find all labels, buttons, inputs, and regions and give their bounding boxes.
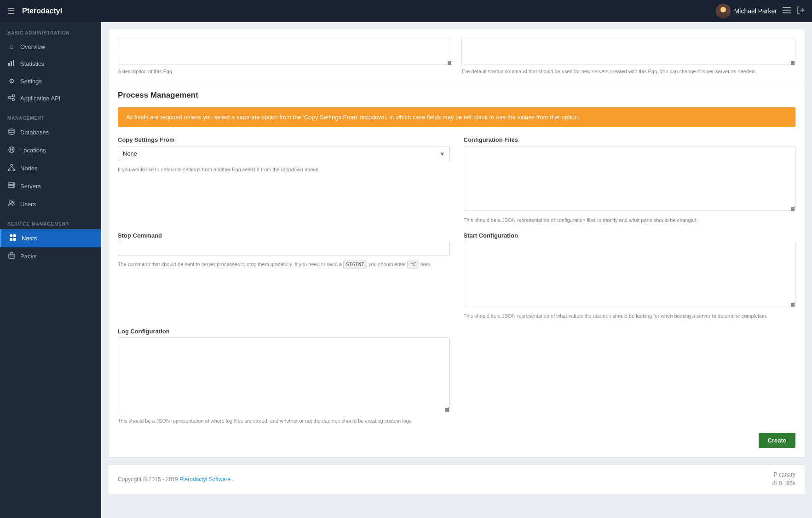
start-config-textarea-wrapper	[464, 242, 796, 308]
sidebar-item-overview[interactable]: ⌂ Overview	[0, 38, 101, 55]
stop-command-input[interactable]	[118, 242, 450, 256]
start-config-resize[interactable]	[791, 303, 795, 307]
top-partial-panel: A description of this Egg. The default s…	[109, 29, 805, 81]
sidebar-item-packs[interactable]: Packs	[0, 247, 101, 265]
start-config-label: Start Configuration	[464, 232, 796, 239]
logout-icon[interactable]	[796, 6, 805, 16]
svg-point-9	[9, 97, 11, 99]
log-config-textarea-wrapper	[118, 338, 450, 413]
main-content: A description of this Egg. The default s…	[101, 22, 812, 518]
footer-right: P canary ⏱ 0.195s	[772, 471, 795, 488]
footer-version: P canary	[772, 471, 795, 479]
sidebar-label-overview: Overview	[20, 43, 45, 50]
svg-rect-8	[13, 60, 14, 66]
log-config-textarea[interactable]	[118, 338, 450, 411]
caret-badge: ^C	[407, 261, 419, 268]
user-name: Michael Parker	[734, 7, 777, 15]
description-helper: A description of this Egg.	[118, 69, 452, 74]
clock-label: ⏱	[772, 480, 779, 487]
resize-handle[interactable]	[448, 61, 451, 65]
svg-point-26	[13, 186, 14, 187]
log-config-helper: This should be a JSON representation of …	[118, 418, 450, 424]
footer-brand-link[interactable]: Pterodactyl Software	[179, 476, 230, 483]
footer: Copyright © 2015 - 2019 Pterodactyl Soft…	[109, 465, 805, 494]
nodes-icon	[7, 164, 16, 173]
alert-warning: All fields are required unless you selec…	[118, 107, 795, 127]
footer-version-value: canary	[779, 471, 795, 478]
stop-command-label: Stop Command	[118, 232, 450, 239]
sidebar-label-api: Application API	[20, 95, 60, 102]
stop-command-helper-suffix: you should enter	[369, 262, 406, 267]
p-label: P	[774, 471, 779, 478]
sidebar-item-nodes[interactable]: Nodes	[0, 159, 101, 177]
sidebar-label-users: Users	[20, 201, 36, 208]
config-files-textarea[interactable]	[464, 146, 796, 210]
brand-name: Pterodactyl	[22, 7, 62, 15]
start-config-helper: This should be a JSON representation of …	[464, 313, 796, 319]
svg-point-1	[720, 7, 726, 12]
svg-point-14	[9, 129, 14, 131]
start-configuration-group: Start Configuration This should be a JSO…	[464, 232, 796, 319]
description-textarea-wrapper	[118, 37, 452, 66]
sidebar-item-servers[interactable]: Servers	[0, 177, 101, 195]
log-config-resize[interactable]	[445, 408, 449, 412]
sidebar-label-settings: Settings	[20, 78, 42, 85]
startup-textarea-wrapper	[461, 37, 796, 66]
svg-point-20	[13, 169, 15, 171]
process-management-title: Process Management	[118, 91, 795, 100]
navbar-left: ☰ Pterodactyl	[7, 6, 62, 16]
svg-line-13	[11, 98, 12, 99]
startup-textarea[interactable]	[461, 37, 796, 64]
config-files-resize[interactable]	[791, 207, 795, 211]
startup-helper: The default startup command that should …	[461, 69, 796, 74]
footer-time-value: 0.195s	[779, 480, 795, 487]
users-icon	[7, 200, 16, 209]
resize-handle-2[interactable]	[791, 61, 795, 65]
footer-time: ⏱ 0.195s	[772, 479, 795, 488]
layout: BASIC ADMINISTRATION ⌂ Overview Statisti…	[0, 22, 812, 518]
sidebar-label-nests: Nests	[22, 235, 37, 242]
servers-icon	[7, 182, 16, 191]
copy-settings-select[interactable]: None	[118, 146, 450, 161]
sidebar-item-statistics[interactable]: Statistics	[0, 55, 101, 73]
description-textarea[interactable]	[118, 37, 452, 64]
svg-point-18	[11, 164, 12, 166]
svg-point-27	[9, 201, 12, 204]
svg-rect-29	[10, 234, 12, 237]
navbar: ☰ Pterodactyl Michael Parker	[0, 0, 812, 22]
sidebar-item-settings[interactable]: ⚙ Settings	[0, 73, 101, 89]
footer-copyright: Copyright © 2015 - 2019	[118, 476, 178, 483]
svg-line-22	[12, 166, 14, 169]
sidebar-item-databases[interactable]: Databases	[0, 123, 101, 141]
sidebar-item-application-api[interactable]: Application API	[0, 89, 101, 107]
packs-icon	[7, 252, 16, 261]
start-config-textarea[interactable]	[464, 242, 796, 306]
sidebar-section-management: MANAGEMENT	[0, 107, 101, 123]
svg-point-25	[13, 183, 14, 184]
avatar	[716, 4, 731, 18]
sidebar-item-locations[interactable]: Locations	[0, 141, 101, 159]
list-icon[interactable]	[783, 7, 791, 15]
process-management-panel: Process Management All fields are requir…	[109, 81, 805, 457]
sidebar-item-nests[interactable]: Nests	[0, 229, 101, 247]
statistics-icon	[7, 59, 16, 68]
overview-icon: ⌂	[7, 43, 16, 50]
stop-command-helper-prefix: The command that should be sent to serve…	[118, 262, 342, 267]
svg-rect-5	[783, 12, 791, 13]
form-grid: Copy Settings From None ▼ If you would l…	[118, 136, 795, 424]
svg-rect-3	[783, 7, 791, 8]
configuration-files-group: Configuration Files This should be a JSO…	[464, 136, 796, 223]
footer-left: Copyright © 2015 - 2019 Pterodactyl Soft…	[118, 476, 234, 483]
locations-icon	[7, 146, 16, 155]
sidebar-label-packs: Packs	[20, 253, 36, 260]
sidebar-item-users[interactable]: Users	[0, 195, 101, 213]
sidebar-label-databases: Databases	[20, 129, 49, 136]
sidebar-section-basic: BASIC ADMINISTRATION	[0, 22, 101, 38]
footer-period: .	[232, 476, 233, 483]
svg-line-12	[11, 96, 12, 97]
hamburger-icon[interactable]: ☰	[7, 6, 15, 16]
sidebar-label-nodes: Nodes	[20, 165, 38, 172]
svg-point-28	[12, 201, 14, 203]
user-display: Michael Parker	[716, 4, 777, 18]
create-button[interactable]: Create	[759, 433, 795, 448]
